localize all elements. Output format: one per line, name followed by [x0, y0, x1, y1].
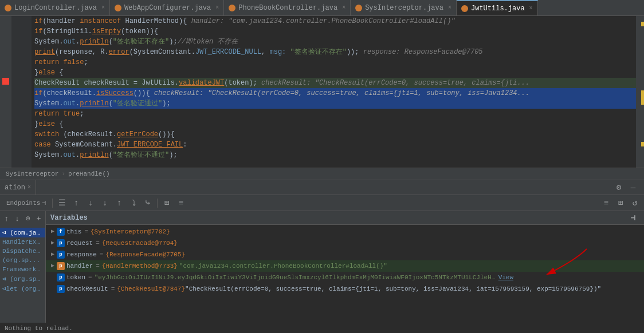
tab-logincontroller[interactable]: LoginController.java × [0, 0, 110, 16]
var-eq-checkresult: = [111, 284, 115, 294]
minimize-icon[interactable]: — [627, 181, 639, 194]
left-panel-items: ⊲ (com.java12... HandlerExecutionCha... … [0, 228, 45, 323]
lp-item-orgsp[interactable]: (org.sp... [0, 256, 45, 265]
toolbar-step-btn[interactable]: ⤵ [127, 197, 140, 209]
tab-close-login[interactable]: × [101, 5, 105, 11]
lp-item-com[interactable]: ⊲ (com.java12... [0, 228, 45, 237]
code-line-14: System.out.println("签名验证不通过"); [34, 150, 636, 160]
left-panel-toolbar: ↑ ↓ ⊜ + [0, 211, 45, 228]
code-line-9: System.out.println("签名验证通过"); [34, 98, 636, 109]
var-name-response: response [66, 249, 97, 260]
endpoints-button[interactable]: Endpoints ⊣ [3, 197, 49, 209]
lp-item-handler[interactable]: HandlerExecutionCha... [0, 237, 45, 247]
code-line-7: CheckResult checkResult = JwtUtils.valid… [34, 78, 636, 88]
lp-filter-btn[interactable]: ⊜ [23, 213, 33, 224]
var-expand-this[interactable]: ▶ [49, 227, 57, 237]
var-eq-request: = [96, 238, 100, 248]
debug-tab-close[interactable]: × [28, 180, 31, 195]
var-expand-request[interactable]: ▶ [49, 238, 57, 248]
lp-up-btn[interactable]: ↑ [2, 213, 11, 224]
var-name-token: token [66, 272, 85, 283]
toolbar-refresh-btn[interactable]: ↺ [629, 197, 641, 209]
var-eq-token: = [88, 272, 92, 283]
var-val-token: "eyJhbGciOiJIUzI1NiJ9.eyJqdGkiOiIxIiwiY3… [95, 272, 496, 283]
variables-header-right: ⊣ [627, 212, 639, 224]
var-val-checkresult-obj: {CheckResult@7847} [117, 284, 185, 294]
var-val-checkresult-str: "CheckResult(errCode=0, success=true, cl… [185, 284, 601, 294]
code-line-11: }else { [34, 119, 636, 129]
toolbar-down-btn[interactable]: ↓ [84, 197, 97, 209]
lp-down-btn[interactable]: ↓ [13, 213, 22, 224]
editor-area: ⠀ ⠀ ⠀ ⠀ ⠀ ⠀ ⠀ ⠀ ⠀ ⠀ ⠀ ⠀ ⠀ ⠀ if(handler i… [0, 16, 644, 168]
code-line-10: return true; [34, 109, 636, 119]
tab-label-webapp: WebAppConfigurer.java [124, 4, 211, 12]
line-num: ⠀ [24, 140, 29, 150]
var-name-handler: handler [66, 261, 93, 271]
var-name-checkresult: checkResult [66, 284, 108, 294]
var-eq-handler: = [96, 261, 100, 271]
var-item-response[interactable]: ▶ p response = {ResponseFacade@7705} [46, 249, 644, 260]
tab-icon-login [5, 5, 11, 11]
lp-add-btn[interactable]: + [34, 213, 44, 224]
toolbar-lines-btn[interactable]: ≡ [600, 197, 612, 209]
var-expand-response[interactable]: ▶ [49, 249, 57, 260]
toolbar-grid-btn[interactable]: ⊞ [614, 197, 627, 209]
view-link-token[interactable]: View [498, 272, 513, 283]
endpoints-arrow: ⊣ [42, 199, 46, 207]
var-expand-handler[interactable]: ▶ [49, 261, 57, 271]
tab-close-phonebook[interactable]: × [342, 5, 345, 11]
var-val-request: {RequestFacade@7704} [102, 238, 641, 248]
debug-tab-ation[interactable]: ation × [0, 180, 36, 195]
tab-close-jwt[interactable]: × [529, 5, 533, 11]
toolbar-list-btn[interactable]: ☰ [56, 197, 68, 209]
lp-item-last[interactable]: ⊲let (org.spring... [0, 284, 45, 294]
line-num: ⠀ [24, 16, 29, 26]
var-expand-token[interactable]: ⠀ [49, 272, 57, 283]
toolbar-table-btn[interactable]: ⊞ [160, 197, 173, 209]
line-num: ⠀ [24, 98, 29, 109]
breadcrumb-method[interactable]: preHandle() [68, 171, 110, 177]
toolbar-separator-2 [157, 199, 158, 208]
var-item-handler[interactable]: ▶ p handler = {HandlerMethod@7733} "com.… [46, 260, 644, 272]
debug-toolbar: Endpoints ⊣ ☰ ↑ ↓ ↓ ↑ ⤵ ⤷ ⊞ ≡ ≡ ⊞ ↺ [0, 195, 644, 211]
tab-label-login: LoginController.java [14, 4, 97, 12]
var-name-request: request [66, 238, 93, 248]
line-num: ⠀ [24, 150, 29, 160]
tab-webappconfigurer[interactable]: WebAppConfigurer.java × [110, 0, 224, 16]
tab-phonebookcontroller[interactable]: PhoneBookController.java × [224, 0, 351, 16]
toolbar-step2-btn[interactable]: ⤷ [142, 197, 154, 209]
line-num: ⠀ [24, 37, 29, 47]
toolbar-list2-btn[interactable]: ≡ [175, 197, 187, 209]
tab-sysinterceptor[interactable]: SysInterceptor.java × [351, 0, 457, 16]
var-item-checkresult[interactable]: ⠀ p checkResult = {CheckResult@7847} "Ch… [46, 283, 644, 295]
settings-icon[interactable]: ⚙ [612, 181, 625, 194]
lp-item-dispatcherservlet[interactable]: DispatcherServlet (org.s... [0, 247, 45, 256]
toolbar-down2-btn[interactable]: ↓ [99, 197, 111, 209]
line-num: ⠀ [24, 26, 29, 37]
var-icon-token: p [57, 273, 65, 282]
lp-item-networkservlet[interactable]: ⊲ (org.spring... [0, 274, 45, 284]
variables-list[interactable]: ▶ f this = {SysInterceptor@7702} ▶ p req… [46, 225, 644, 323]
notification-text: Nothing to reload. [5, 325, 73, 332]
toolbar-separator-1 [52, 199, 53, 208]
code-line-3: System.out.println("签名验证不存在");//即token 不… [34, 37, 636, 47]
code-editor[interactable]: if(handler instanceof HandlerMethod){ ha… [32, 16, 636, 168]
toolbar-up-btn[interactable]: ↑ [70, 197, 83, 209]
var-item-token[interactable]: ⠀ p token = "eyJhbGciOiJIUzI1NiJ9.eyJqdG… [46, 272, 644, 283]
breadcrumb-class[interactable]: SysInterceptor [6, 171, 58, 177]
var-icon-request: p [57, 239, 65, 247]
var-item-request[interactable]: ▶ p request = {RequestFacade@7704} [46, 237, 644, 249]
var-item-this[interactable]: ▶ f this = {SysInterceptor@7702} [46, 226, 644, 237]
tab-close-webapp[interactable]: × [215, 5, 219, 11]
code-line-4: print(response, R.error(SystemConstant.J… [34, 47, 636, 57]
line-num: ⠀ [24, 47, 29, 57]
tab-jwtutils[interactable]: JwtUtils.java × [457, 0, 538, 16]
toolbar-right-group: ≡ ⊞ ↺ [600, 197, 641, 209]
toolbar-up2-btn[interactable]: ↑ [113, 197, 125, 209]
tab-close-sys[interactable]: × [448, 5, 451, 11]
code-line-2: if(StringUtil.isEmpty(token)){ [34, 26, 636, 37]
variables-settings-icon[interactable]: ⊣ [627, 212, 639, 224]
notification-area: Nothing to reload. [0, 323, 644, 333]
lp-item-frameworkservlet[interactable]: FrameworkServlet ( [0, 265, 45, 274]
var-expand-checkresult[interactable]: ⠀ [49, 284, 57, 294]
